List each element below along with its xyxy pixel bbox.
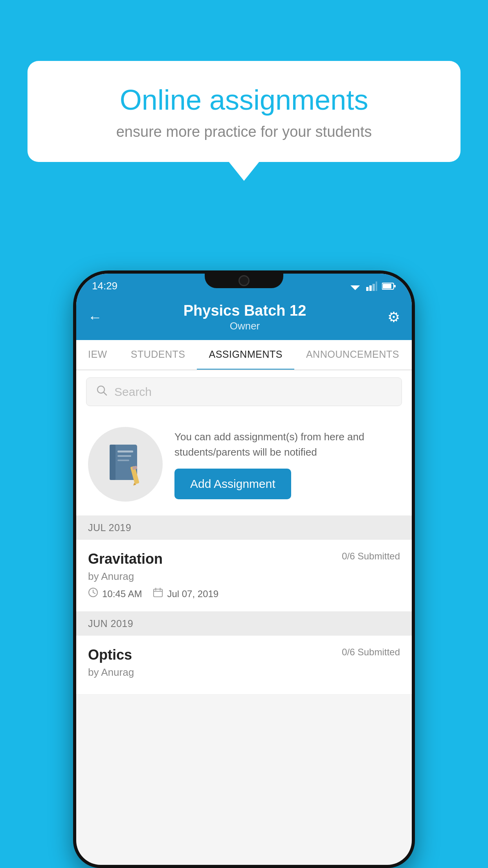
assignment-date: Jul 07, 2019 [153,587,218,600]
promo-text: You can add assignment(s) from here and … [174,429,400,460]
assignment-item-gravitation[interactable]: Gravitation 0/6 Submitted by Anurag 10:4… [76,540,412,612]
tab-students[interactable]: STUDENTS [119,340,197,370]
status-time: 14:29 [92,280,117,292]
phone-notch [205,270,283,288]
tab-announcements[interactable]: ANNOUNCEMENTS [294,340,411,370]
search-placeholder: Search [114,385,152,399]
battery-icon [382,282,396,291]
assignment-optics-submitted: 0/6 Submitted [342,647,400,658]
svg-rect-14 [117,455,131,457]
search-icon [96,385,107,399]
phone-frame: 14:29 [73,270,415,868]
app-header: ← Physics Batch 12 Owner ⚙ [76,295,412,340]
back-button[interactable]: ← [88,309,102,326]
assignment-optics-by: by Anurag [88,666,400,679]
svg-rect-8 [394,285,396,287]
add-assignment-promo: You can add assignment(s) from here and … [76,413,412,516]
assignment-submitted: 0/6 Submitted [342,551,400,562]
search-input-wrapper[interactable]: Search [86,377,402,406]
calendar-icon [153,587,163,600]
front-camera [238,275,250,286]
assignment-by: by Anurag [88,570,400,583]
assignment-time-value: 10:45 AM [102,588,142,600]
signal-icon [366,281,377,291]
section-header-jun: JUN 2019 [76,612,412,636]
phone-screen: 14:29 [76,274,412,865]
svg-rect-3 [369,285,372,291]
speech-bubble-title: Online assignments [55,85,433,116]
section-header-jul: JUL 2019 [76,516,412,540]
svg-rect-5 [376,281,377,291]
svg-rect-12 [110,445,116,480]
svg-line-21 [93,592,95,594]
assignment-meta: 10:45 AM Jul 07, 2019 [88,587,400,600]
add-assignment-button[interactable]: Add Assignment [174,469,291,499]
tab-iew[interactable]: IEW [76,340,119,370]
svg-rect-15 [117,460,129,461]
assignment-optics-title: Optics [88,647,132,663]
status-icons [349,281,396,291]
header-subtitle: Owner [183,320,306,332]
speech-bubble: Online assignments ensure more practice … [28,61,460,162]
assignment-time: 10:45 AM [88,587,142,600]
assignment-header: Gravitation 0/6 Submitted [88,551,400,567]
search-container: Search [76,370,412,413]
wifi-icon [349,281,361,291]
speech-bubble-container: Online assignments ensure more practice … [28,61,460,162]
svg-rect-13 [117,451,133,452]
svg-rect-2 [366,287,369,291]
header-title: Physics Batch 12 [183,302,306,319]
assignment-optics-header: Optics 0/6 Submitted [88,647,400,663]
promo-content: You can add assignment(s) from here and … [174,429,400,499]
settings-button[interactable]: ⚙ [387,309,400,326]
speech-bubble-subtitle: ensure more practice for your students [55,123,433,140]
svg-rect-22 [154,589,162,597]
promo-icon [88,427,163,502]
tabs-bar: IEW STUDENTS ASSIGNMENTS ANNOUNCEMENTS [76,340,412,370]
assignment-date-value: Jul 07, 2019 [167,588,218,600]
svg-line-10 [104,392,106,395]
clock-icon [88,587,98,600]
notebook-icon [106,443,145,486]
header-center: Physics Batch 12 Owner [183,302,306,332]
svg-rect-4 [372,284,375,291]
tab-assignments[interactable]: ASSIGNMENTS [197,340,294,370]
assignment-item-optics[interactable]: Optics 0/6 Submitted by Anurag [76,636,412,695]
assignment-title: Gravitation [88,551,163,567]
svg-rect-7 [383,284,391,289]
